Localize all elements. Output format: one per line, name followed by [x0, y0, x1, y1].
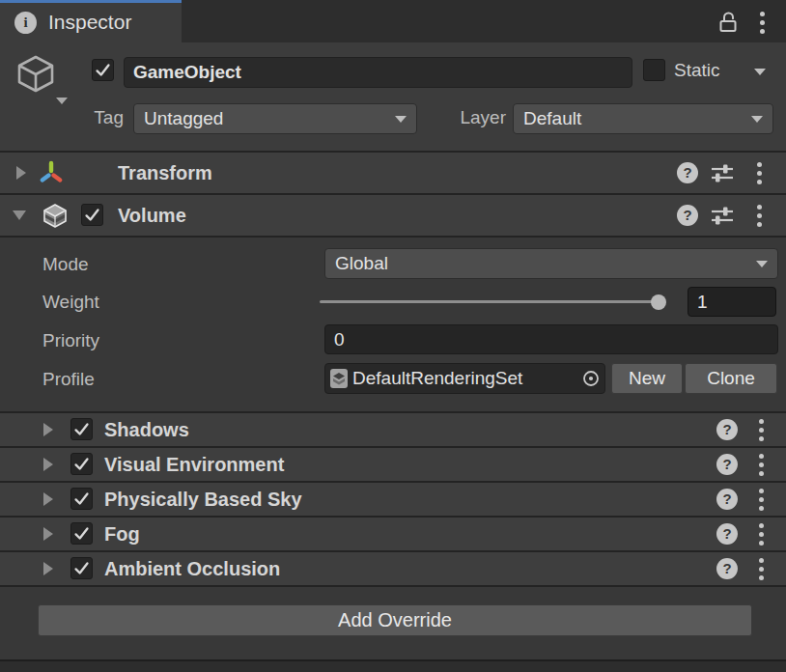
override-title: Physically Based Sky	[104, 483, 302, 516]
presets-icon[interactable]	[710, 205, 735, 231]
presets-icon[interactable]	[710, 162, 735, 188]
static-checkbox[interactable]	[643, 59, 665, 81]
component-list: Transform ?	[0, 151, 786, 238]
help-icon[interactable]: ?	[677, 205, 698, 226]
tag-dropdown[interactable]: Untagged	[133, 103, 417, 134]
gameobject-cube-icon[interactable]	[13, 52, 59, 105]
foldout-arrow-icon[interactable]	[16, 166, 26, 180]
add-override-button[interactable]: Add Override	[38, 604, 752, 636]
override-row-ambient-occlusion[interactable]: Ambient Occlusion ?	[0, 552, 786, 585]
override-row-visual-environment[interactable]: Visual Environment ?	[0, 448, 786, 481]
volume-enabled-checkbox[interactable]	[81, 204, 103, 226]
help-icon[interactable]: ?	[716, 558, 738, 579]
priority-label: Priority	[42, 325, 313, 356]
foldout-arrow-icon[interactable]	[43, 492, 53, 506]
slider-knob[interactable]	[651, 294, 666, 310]
weight-value-input[interactable]	[688, 287, 776, 317]
override-checkbox[interactable]	[70, 418, 93, 440]
component-header-transform[interactable]: Transform ?	[0, 153, 786, 193]
override-row-fog[interactable]: Fog ?	[0, 518, 786, 550]
layer-dropdown[interactable]: Default	[513, 103, 773, 134]
mode-dropdown[interactable]: Global	[324, 248, 778, 279]
tag-label: Tag	[81, 107, 124, 128]
tab-bar: i Inspector	[0, 0, 786, 42]
foldout-arrow-icon[interactable]	[13, 210, 26, 220]
static-dropdown-caret[interactable]	[754, 69, 766, 75]
profile-clone-button[interactable]: Clone	[685, 363, 777, 394]
gameobject-header: Static Tag Untagged Layer Default	[0, 42, 786, 151]
foldout-arrow-icon[interactable]	[43, 423, 53, 436]
chevron-down-icon	[395, 116, 407, 123]
override-checkbox[interactable]	[70, 488, 93, 510]
kebab-menu-icon[interactable]	[759, 454, 764, 476]
slider-track[interactable]	[320, 300, 665, 303]
layer-value: Default	[523, 108, 751, 129]
tag-value: Untagged	[144, 108, 395, 129]
component-title: Volume	[118, 195, 186, 236]
profile-value: DefaultRenderingSet	[352, 368, 581, 389]
profile-object-field[interactable]: DefaultRenderingSet	[324, 363, 605, 394]
component-title: Transform	[118, 153, 212, 193]
override-title: Shadows	[104, 413, 189, 446]
override-row-physically-based-sky[interactable]: Physically Based Sky ?	[0, 483, 786, 516]
override-checkbox[interactable]	[70, 557, 93, 579]
foldout-arrow-icon[interactable]	[43, 562, 53, 575]
mode-label: Mode	[42, 249, 313, 280]
help-icon[interactable]: ?	[716, 419, 738, 440]
inspector-panel: i Inspector Static Tag	[0, 0, 786, 672]
kebab-menu-icon[interactable]	[760, 12, 765, 34]
override-title: Fog	[104, 518, 140, 550]
override-checkbox[interactable]	[70, 453, 93, 475]
kebab-menu-icon[interactable]	[759, 489, 764, 511]
weight-slider[interactable]	[320, 287, 665, 318]
override-title: Ambient Occlusion	[104, 552, 280, 585]
help-icon[interactable]: ?	[716, 523, 738, 545]
volume-profile-asset-icon	[329, 368, 349, 389]
priority-value-input[interactable]	[324, 324, 778, 354]
tab-inspector[interactable]: i Inspector	[0, 0, 182, 42]
override-list: Shadows ? Visual Environment ? Physicall…	[0, 411, 786, 587]
kebab-menu-icon[interactable]	[759, 523, 764, 546]
kebab-menu-icon[interactable]	[759, 419, 764, 441]
panel-bottom-strip	[0, 659, 786, 672]
info-icon: i	[14, 12, 37, 34]
volume-icon	[42, 202, 69, 234]
kebab-menu-icon[interactable]	[757, 162, 762, 184]
component-header-volume[interactable]: Volume ?	[0, 195, 786, 236]
weight-label: Weight	[42, 287, 313, 318]
gameobject-active-checkbox[interactable]	[92, 59, 114, 81]
profile-new-button[interactable]: New	[611, 363, 683, 394]
profile-label: Profile	[42, 364, 313, 395]
override-title: Visual Environment	[104, 448, 284, 481]
gameobject-name-input[interactable]	[124, 57, 632, 88]
chevron-down-icon	[751, 116, 763, 123]
override-row-shadows[interactable]: Shadows ?	[0, 413, 786, 446]
foldout-arrow-icon[interactable]	[43, 527, 53, 541]
chevron-down-icon	[756, 261, 768, 267]
tab-title: Inspector	[48, 11, 131, 34]
object-picker-icon[interactable]	[581, 369, 601, 388]
transform-icon	[39, 160, 64, 190]
override-checkbox[interactable]	[70, 522, 93, 545]
help-icon[interactable]: ?	[716, 489, 738, 510]
help-icon[interactable]: ?	[677, 162, 698, 183]
help-icon[interactable]: ?	[716, 454, 738, 475]
static-label: Static	[674, 60, 720, 81]
icon-picker-caret	[56, 98, 68, 104]
kebab-menu-icon[interactable]	[759, 558, 764, 580]
mode-value: Global	[335, 253, 756, 274]
kebab-menu-icon[interactable]	[757, 205, 762, 227]
foldout-arrow-icon[interactable]	[43, 458, 53, 471]
unlock-icon[interactable]	[716, 10, 741, 40]
layer-label: Layer	[442, 107, 506, 128]
